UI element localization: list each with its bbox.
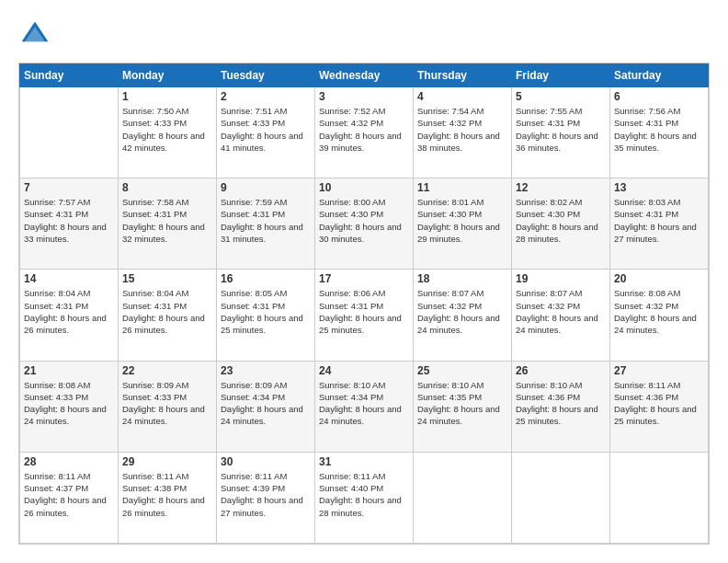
day-info: Sunrise: 8:00 AMSunset: 4:30 PMDaylight:… [319,196,409,245]
day-cell: 22Sunrise: 8:09 AMSunset: 4:33 PMDayligh… [119,361,217,452]
day-info: Sunrise: 7:50 AMSunset: 4:33 PMDaylight:… [122,105,212,154]
day-cell [414,452,512,543]
day-number: 30 [221,455,311,468]
day-number: 16 [221,272,311,285]
day-info: Sunrise: 8:04 AMSunset: 4:31 PMDaylight:… [24,287,114,336]
logo [18,18,57,52]
day-cell [20,87,119,178]
day-cell: 31Sunrise: 8:11 AMSunset: 4:40 PMDayligh… [315,452,414,543]
day-cell: 10Sunrise: 8:00 AMSunset: 4:30 PMDayligh… [315,178,414,270]
day-info: Sunrise: 8:11 AMSunset: 4:36 PMDaylight:… [614,379,704,428]
day-number: 26 [516,364,606,377]
weekday-header-row: SundayMondayTuesdayWednesdayThursdayFrid… [20,64,709,87]
week-row-4: 21Sunrise: 8:08 AMSunset: 4:33 PMDayligh… [20,361,709,452]
day-info: Sunrise: 8:10 AMSunset: 4:35 PMDaylight:… [417,379,507,428]
week-row-2: 7Sunrise: 7:57 AMSunset: 4:31 PMDaylight… [20,178,709,270]
day-cell: 8Sunrise: 7:58 AMSunset: 4:31 PMDaylight… [119,178,217,270]
day-cell: 30Sunrise: 8:11 AMSunset: 4:39 PMDayligh… [217,452,315,543]
page: SundayMondayTuesdayWednesdayThursdayFrid… [0,0,728,563]
weekday-header-thursday: Thursday [414,64,512,87]
day-number: 5 [516,90,606,103]
day-info: Sunrise: 8:11 AMSunset: 4:40 PMDaylight:… [319,470,409,519]
day-number: 23 [221,364,311,377]
day-cell: 29Sunrise: 8:11 AMSunset: 4:38 PMDayligh… [119,452,217,543]
day-number: 20 [614,272,704,285]
day-number: 15 [122,272,212,285]
day-info: Sunrise: 8:07 AMSunset: 4:32 PMDaylight:… [516,287,606,336]
weekday-header-friday: Friday [512,64,610,87]
day-info: Sunrise: 8:08 AMSunset: 4:32 PMDaylight:… [614,287,704,336]
day-cell: 5Sunrise: 7:55 AMSunset: 4:31 PMDaylight… [512,87,610,178]
calendar: SundayMondayTuesdayWednesdayThursdayFrid… [18,63,710,545]
day-info: Sunrise: 7:55 AMSunset: 4:31 PMDaylight:… [516,105,606,154]
day-info: Sunrise: 8:11 AMSunset: 4:38 PMDaylight:… [122,470,212,519]
day-info: Sunrise: 8:09 AMSunset: 4:33 PMDaylight:… [122,379,212,428]
day-cell: 16Sunrise: 8:05 AMSunset: 4:31 PMDayligh… [217,270,315,361]
day-number: 1 [122,90,212,103]
weekday-header-tuesday: Tuesday [217,64,315,87]
day-number: 28 [24,455,114,468]
day-info: Sunrise: 8:10 AMSunset: 4:34 PMDaylight:… [319,379,409,428]
day-info: Sunrise: 8:08 AMSunset: 4:33 PMDaylight:… [24,379,114,428]
weekday-header-sunday: Sunday [20,64,119,87]
day-cell: 19Sunrise: 8:07 AMSunset: 4:32 PMDayligh… [512,270,610,361]
day-info: Sunrise: 8:04 AMSunset: 4:31 PMDaylight:… [122,287,212,336]
day-info: Sunrise: 8:07 AMSunset: 4:32 PMDaylight:… [417,287,507,336]
day-info: Sunrise: 8:10 AMSunset: 4:36 PMDaylight:… [516,379,606,428]
day-cell [610,452,709,543]
day-number: 25 [417,364,507,377]
week-row-1: 1Sunrise: 7:50 AMSunset: 4:33 PMDaylight… [20,87,709,178]
day-number: 3 [319,90,409,103]
day-cell: 11Sunrise: 8:01 AMSunset: 4:30 PMDayligh… [414,178,512,270]
day-cell: 2Sunrise: 7:51 AMSunset: 4:33 PMDaylight… [217,87,315,178]
day-info: Sunrise: 7:51 AMSunset: 4:33 PMDaylight:… [221,105,311,154]
day-number: 31 [319,455,409,468]
day-number: 6 [614,90,704,103]
day-cell: 27Sunrise: 8:11 AMSunset: 4:36 PMDayligh… [610,361,709,452]
day-info: Sunrise: 7:54 AMSunset: 4:32 PMDaylight:… [417,105,507,154]
day-info: Sunrise: 8:11 AMSunset: 4:37 PMDaylight:… [24,470,114,519]
weekday-header-saturday: Saturday [610,64,709,87]
day-number: 19 [516,272,606,285]
day-cell: 21Sunrise: 8:08 AMSunset: 4:33 PMDayligh… [20,361,119,452]
day-number: 24 [319,364,409,377]
day-cell: 7Sunrise: 7:57 AMSunset: 4:31 PMDaylight… [20,178,119,270]
day-number: 11 [417,181,507,194]
day-cell: 23Sunrise: 8:09 AMSunset: 4:34 PMDayligh… [217,361,315,452]
day-cell: 4Sunrise: 7:54 AMSunset: 4:32 PMDaylight… [414,87,512,178]
week-row-3: 14Sunrise: 8:04 AMSunset: 4:31 PMDayligh… [20,270,709,361]
day-cell: 17Sunrise: 8:06 AMSunset: 4:31 PMDayligh… [315,270,414,361]
day-number: 14 [24,272,114,285]
day-cell: 15Sunrise: 8:04 AMSunset: 4:31 PMDayligh… [119,270,217,361]
day-number: 12 [516,181,606,194]
weekday-header-monday: Monday [119,64,217,87]
day-info: Sunrise: 8:09 AMSunset: 4:34 PMDaylight:… [221,379,311,428]
day-cell: 3Sunrise: 7:52 AMSunset: 4:32 PMDaylight… [315,87,414,178]
day-number: 2 [221,90,311,103]
day-info: Sunrise: 7:57 AMSunset: 4:31 PMDaylight:… [24,196,114,245]
day-info: Sunrise: 7:56 AMSunset: 4:31 PMDaylight:… [614,105,704,154]
header [18,18,710,52]
week-row-5: 28Sunrise: 8:11 AMSunset: 4:37 PMDayligh… [20,452,709,543]
day-info: Sunrise: 7:59 AMSunset: 4:31 PMDaylight:… [221,196,311,245]
day-cell: 9Sunrise: 7:59 AMSunset: 4:31 PMDaylight… [217,178,315,270]
day-info: Sunrise: 7:52 AMSunset: 4:32 PMDaylight:… [319,105,409,154]
day-cell [512,452,610,543]
day-info: Sunrise: 8:02 AMSunset: 4:30 PMDaylight:… [516,196,606,245]
day-number: 22 [122,364,212,377]
day-number: 10 [319,181,409,194]
day-cell: 14Sunrise: 8:04 AMSunset: 4:31 PMDayligh… [20,270,119,361]
day-cell: 28Sunrise: 8:11 AMSunset: 4:37 PMDayligh… [20,452,119,543]
day-info: Sunrise: 8:11 AMSunset: 4:39 PMDaylight:… [221,470,311,519]
day-cell: 25Sunrise: 8:10 AMSunset: 4:35 PMDayligh… [414,361,512,452]
day-number: 29 [122,455,212,468]
day-info: Sunrise: 7:58 AMSunset: 4:31 PMDaylight:… [122,196,212,245]
day-cell: 20Sunrise: 8:08 AMSunset: 4:32 PMDayligh… [610,270,709,361]
day-number: 27 [614,364,704,377]
day-number: 7 [24,181,114,194]
day-cell: 18Sunrise: 8:07 AMSunset: 4:32 PMDayligh… [414,270,512,361]
day-cell: 6Sunrise: 7:56 AMSunset: 4:31 PMDaylight… [610,87,709,178]
day-cell: 26Sunrise: 8:10 AMSunset: 4:36 PMDayligh… [512,361,610,452]
weekday-header-wednesday: Wednesday [315,64,414,87]
day-cell: 1Sunrise: 7:50 AMSunset: 4:33 PMDaylight… [119,87,217,178]
